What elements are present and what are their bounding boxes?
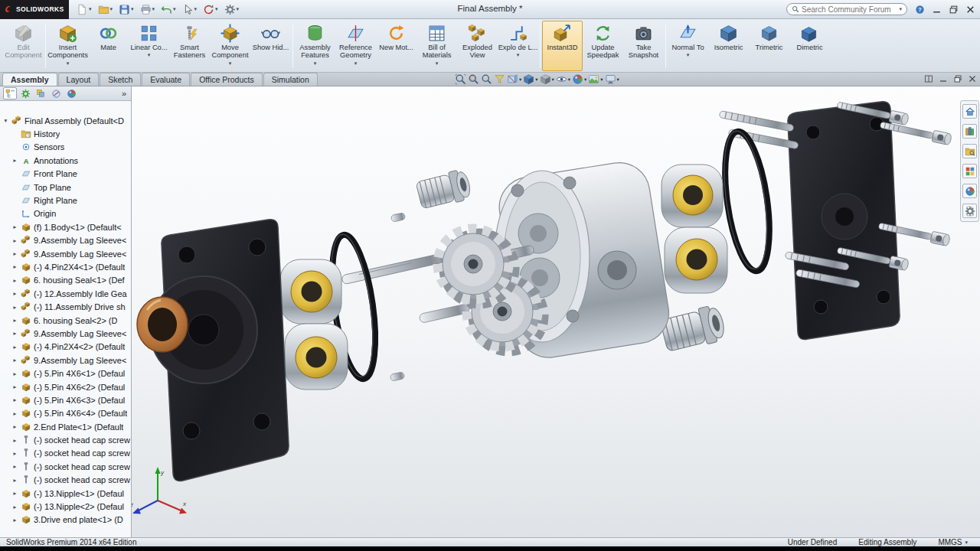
file-explorer-button[interactable] xyxy=(962,144,977,158)
take-snapshot-button[interactable]: Take Snapshot xyxy=(623,21,664,71)
tree-item[interactable]: ▸(-) 5.Pin 4X6<3> (Defaul xyxy=(0,393,131,406)
new-document-button[interactable]: ▾ xyxy=(77,4,92,15)
new-motion-study-button[interactable]: New Mot... xyxy=(376,21,416,71)
graphics-area[interactable]: y x z » ▾Final Assembly (Default<DHistor… xyxy=(0,86,980,537)
magnifying-glass-button[interactable] xyxy=(481,73,492,85)
tree-item[interactable]: ▸(-) socket head cap screw xyxy=(0,474,131,487)
insert-components-button[interactable]: Insert Components▾ xyxy=(47,21,88,71)
zoom-to-area-button[interactable] xyxy=(468,73,479,85)
part-dowel-pin-upper[interactable] xyxy=(390,213,405,223)
filter-button[interactable] xyxy=(494,73,505,85)
solidworks-resources-button[interactable] xyxy=(962,104,977,119)
tree-expander[interactable]: ▸ xyxy=(11,423,18,430)
configurationmanager-tab[interactable] xyxy=(34,87,47,99)
part-lag-sleeve-front-lower[interactable] xyxy=(285,324,348,390)
tree-item[interactable]: ▸(-) 5.Pin 4X6<4> (Default xyxy=(0,407,131,420)
tree-item[interactable]: Right Plane xyxy=(0,194,131,207)
section-view-button[interactable]: ▾ xyxy=(507,73,521,85)
part-stud-1[interactable] xyxy=(719,111,794,132)
tree-item[interactable]: ▸(f) 1.Body<1> (Default< xyxy=(0,220,131,233)
apply-scene-button[interactable]: ▾ xyxy=(588,73,603,85)
tree-item[interactable]: ▸(-) 5.Pin 4X6<1> (Defaul xyxy=(0,367,131,380)
split-view-button[interactable] xyxy=(924,74,933,83)
tree-expander[interactable]: ▸ xyxy=(11,410,18,417)
tab-sketch[interactable]: Sketch xyxy=(100,73,141,86)
displaymanager-tab[interactable] xyxy=(64,87,78,99)
part-nipple-right[interactable] xyxy=(659,304,727,354)
panel-expand-chevron[interactable]: » xyxy=(122,89,128,98)
tree-item[interactable]: ▸2.End Plate<1> (Default xyxy=(0,420,131,433)
trimetric-button[interactable]: Trimetric xyxy=(749,21,789,71)
tree-item[interactable]: ▸(-) socket head cap screw xyxy=(0,433,131,446)
tree-expander[interactable]: ▸ xyxy=(11,437,18,444)
rebuild-button[interactable]: ▾ xyxy=(203,4,218,15)
search-dropdown-icon[interactable]: ▾ xyxy=(899,6,902,12)
tab-office-products[interactable]: Office Products xyxy=(191,73,263,86)
tree-item[interactable]: Origin xyxy=(0,207,131,220)
tree-item[interactable]: Sensors xyxy=(0,141,131,154)
part-lag-sleeve-front-upper[interactable] xyxy=(280,259,341,324)
tree-expander[interactable]: ▸ xyxy=(11,263,18,270)
tree-expander[interactable]: ▸ xyxy=(11,357,18,364)
model-viewport[interactable]: y x z xyxy=(0,86,980,537)
tree-item[interactable]: ▸(-) 12.Assembly Idle Gea xyxy=(0,287,131,300)
isometric-button[interactable]: Isometric xyxy=(708,21,749,71)
tree-item[interactable]: History xyxy=(0,127,131,140)
dimxpertmanager-tab[interactable] xyxy=(49,87,63,99)
tree-item[interactable]: ▸(-) 11.Assembly Drive sh xyxy=(0,300,131,313)
community-search[interactable]: ▾ xyxy=(786,3,907,15)
mate-button[interactable]: Mate xyxy=(88,21,129,71)
search-input[interactable] xyxy=(802,5,897,14)
tree-expander[interactable]: ▸ xyxy=(11,157,18,164)
tree-expander[interactable]: ▸ xyxy=(11,463,18,470)
hide-show-items-button[interactable]: ▾ xyxy=(556,73,570,85)
tree-item[interactable]: ▸(-) socket head cap screw xyxy=(0,447,131,460)
options-button[interactable]: ▾ xyxy=(224,4,240,15)
tree-expander[interactable]: ▸ xyxy=(11,277,18,284)
open-button[interactable]: ▾ xyxy=(98,4,113,15)
part-copper-bushing[interactable] xyxy=(137,297,188,352)
tree-item[interactable]: ▸9.Assembly Lag Sleeve< xyxy=(0,354,131,367)
assembly-features-button[interactable]: Assembly Features▾ xyxy=(295,21,335,71)
tree-expander[interactable]: ▸ xyxy=(11,237,18,244)
close-button[interactable] xyxy=(965,5,975,15)
tree-expander[interactable]: ▸ xyxy=(11,383,18,390)
select-button[interactable]: ▾ xyxy=(182,4,198,15)
tree-item[interactable]: ▸(-) 4.Pin2X4<1> (Default xyxy=(0,260,131,273)
tab-simulation[interactable]: Simulation xyxy=(263,73,318,86)
part-lag-sleeve-rear-upper[interactable] xyxy=(662,165,723,227)
tree-item[interactable]: ▸(-) 13.Nipple<1> (Defaul xyxy=(0,487,131,500)
help-button[interactable]: ? xyxy=(915,5,925,15)
tree-expander[interactable]: ▸ xyxy=(11,396,18,403)
tree-expander[interactable]: ▸ xyxy=(11,450,18,457)
custom-properties-button[interactable] xyxy=(962,204,977,218)
tree-expander[interactable]: ▸ xyxy=(11,223,18,230)
tree-expander[interactable]: ▸ xyxy=(11,330,18,337)
tree-item[interactable]: ▾Final Assembly (Default<D xyxy=(0,114,131,127)
view-orientation-button[interactable]: ▾ xyxy=(523,73,537,85)
view-settings-button[interactable]: ▾ xyxy=(605,73,619,85)
print-button[interactable]: ▾ xyxy=(140,4,155,15)
normal-to-button[interactable]: Normal To▾ xyxy=(668,21,708,71)
show-hidden-components-button[interactable]: Show Hid... xyxy=(250,21,291,71)
tree-item[interactable]: ▸(-) 5.Pin 4X6<2> (Defaul xyxy=(0,380,131,393)
tab-assembly[interactable]: Assembly xyxy=(2,73,57,86)
doc-restore-button[interactable] xyxy=(953,74,962,83)
tree-expander[interactable]: ▸ xyxy=(11,504,18,510)
tree-expander[interactable]: ▸ xyxy=(11,517,18,523)
part-nipple-top[interactable] xyxy=(415,168,472,211)
move-component-button[interactable]: Move Component▾ xyxy=(210,21,250,71)
reference-geometry-button[interactable]: Reference Geometry▾ xyxy=(335,21,376,71)
tree-item[interactable]: ▸6. housing Seal<2> (D xyxy=(0,314,131,327)
view-palette-button[interactable] xyxy=(962,164,977,178)
tree-item[interactable]: ▸9.Assembly Lag Sleeve< xyxy=(0,234,131,247)
minimize-button[interactable] xyxy=(932,5,942,15)
tree-item[interactable]: Top Plane xyxy=(0,181,131,194)
tree-expander[interactable]: ▸ xyxy=(11,317,18,324)
instant3d-button[interactable]: Instant3D xyxy=(542,21,583,71)
design-library-button[interactable] xyxy=(962,124,977,139)
tree-expander[interactable]: ▸ xyxy=(11,250,18,257)
tree-item[interactable]: ▸9.Assembly Lag Sleeve< xyxy=(0,327,131,340)
undo-button[interactable]: ▾ xyxy=(161,4,176,15)
tree-item[interactable]: ▸AAnnotations xyxy=(0,154,131,167)
